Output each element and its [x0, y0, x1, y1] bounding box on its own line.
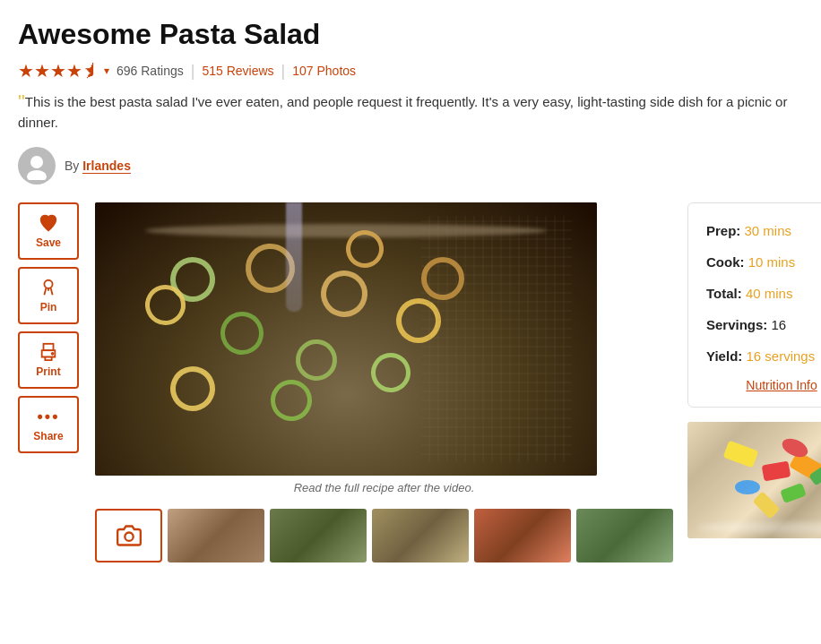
- separator-2: |: [281, 62, 286, 81]
- prep-row: Prep: 30 mins: [706, 221, 821, 240]
- author-row: By Irlandes: [18, 147, 803, 185]
- image-caption: Read the full recipe after the video.: [95, 481, 673, 494]
- thumbnail-3[interactable]: [372, 509, 469, 562]
- ratings-count: 696 Ratings: [117, 64, 184, 78]
- share-button[interactable]: ••• Share: [18, 396, 79, 453]
- thumbnail-1[interactable]: [168, 509, 264, 562]
- page-title: Awesome Pasta Salad: [18, 18, 803, 51]
- side-recipe-image: [687, 422, 821, 538]
- share-dots-icon: •••: [38, 408, 60, 426]
- avatar: [18, 147, 56, 185]
- star-2: ★: [34, 60, 50, 82]
- save-button[interactable]: Save: [18, 202, 79, 260]
- star-1: ★: [18, 60, 34, 82]
- yield-row: Yield: 16 servings: [706, 347, 821, 365]
- printer-icon: [39, 342, 58, 362]
- svg-point-4: [52, 353, 54, 355]
- svg-rect-3: [44, 344, 54, 350]
- star-4: ★: [66, 60, 82, 82]
- pin-button[interactable]: Pin: [18, 267, 79, 324]
- separator-1: |: [191, 62, 195, 81]
- svg-point-1: [27, 170, 47, 180]
- right-panel: Prep: 30 mins Cook: 10 mins Total: 40 mi…: [687, 202, 821, 562]
- pinterest-icon: [39, 278, 58, 297]
- recipe-card: Prep: 30 mins Cook: 10 mins Total: 40 mi…: [687, 202, 821, 408]
- action-buttons: Save Pin Print ••• Share: [18, 202, 81, 562]
- star-3: ★: [50, 60, 66, 82]
- reviews-link[interactable]: 515 Reviews: [202, 64, 273, 78]
- cook-row: Cook: 10 mins: [706, 253, 821, 271]
- author-byline: By Irlandes: [65, 159, 131, 173]
- center-panel: Read the full recipe after the video.: [95, 202, 673, 562]
- recipe-description: "This is the best pasta salad I've ever …: [18, 92, 798, 133]
- svg-point-0: [30, 156, 43, 168]
- main-image-wrap: Read the full recipe after the video.: [95, 202, 673, 494]
- photos-link[interactable]: 107 Photos: [292, 64, 356, 78]
- content-area: Save Pin Print ••• Share: [18, 202, 803, 562]
- star-half: ⯨: [82, 61, 100, 82]
- thumbnail-4[interactable]: [474, 509, 571, 562]
- thumbnail-2[interactable]: [270, 509, 367, 562]
- camera-icon: [117, 523, 142, 548]
- main-recipe-image: [95, 202, 597, 476]
- star-rating: ★ ★ ★ ★ ⯨ ▾: [18, 60, 109, 82]
- svg-point-2: [44, 280, 52, 288]
- camera-button[interactable]: [95, 509, 162, 562]
- svg-point-5: [125, 533, 133, 541]
- thumbnails-row: [95, 509, 673, 562]
- servings-row: Servings: 16: [706, 315, 821, 334]
- total-row: Total: 40 mins: [706, 284, 821, 303]
- user-avatar-icon: [22, 151, 51, 180]
- ratings-row: ★ ★ ★ ★ ⯨ ▾ 696 Ratings | 515 Reviews | …: [18, 60, 803, 82]
- heart-icon: [39, 213, 58, 233]
- dropdown-arrow-icon[interactable]: ▾: [104, 64, 109, 77]
- author-link[interactable]: Irlandes: [82, 159, 131, 174]
- thumbnail-5[interactable]: [576, 509, 673, 562]
- nutrition-info-link[interactable]: Nutrition Info: [706, 378, 821, 392]
- print-button[interactable]: Print: [18, 331, 79, 389]
- quote-mark-icon: ": [18, 90, 25, 113]
